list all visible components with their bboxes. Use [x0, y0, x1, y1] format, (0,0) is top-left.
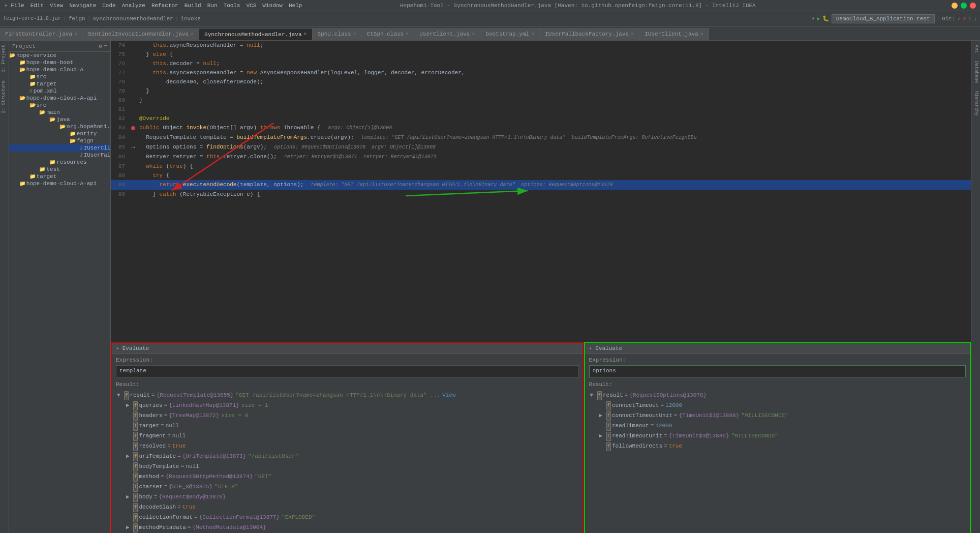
toolbar-sep2: | — [87, 16, 91, 22]
tree-item[interactable]: JIUserFallbackFactory — [9, 152, 110, 159]
tree-item[interactable]: 📂hope-demo-cloud-A — [9, 66, 110, 73]
menu-edit[interactable]: Edit — [30, 3, 44, 9]
tab-close[interactable]: × — [472, 32, 475, 37]
tree-item[interactable]: 📂hope-demo-cloud-A-api — [9, 95, 110, 102]
toolbar-push-icon[interactable]: ↓ — [973, 16, 977, 22]
git-label: Git: — [942, 16, 955, 22]
tree-item[interactable]: 📁test — [9, 166, 110, 173]
tab-sphu[interactable]: SphU.class × — [313, 28, 362, 40]
tree-item[interactable]: Xpom.xml — [9, 87, 110, 95]
toolbar: feign-core-11.8.jar | feign | Synchronou… — [0, 11, 980, 26]
tree-item-label: src — [37, 74, 47, 80]
code-area[interactable]: 74 this.asyncResponseHandler = null; 75 … — [111, 41, 971, 533]
menu-refactor[interactable]: Refactor — [151, 3, 178, 9]
tab-iuserclient[interactable]: IUserClient.java × — [639, 28, 709, 40]
code-line-76: 76 this.decoder = null; — [111, 59, 971, 68]
tab-close[interactable]: × — [74, 32, 77, 37]
maximize-button[interactable] — [961, 3, 967, 9]
eval-body-right: Expression: options Result: ▼ f result = — [585, 354, 970, 456]
eval-result-label-left: Result: — [116, 381, 579, 388]
eval-expression-input-left[interactable]: template — [116, 365, 579, 377]
result-method: ▶ f method = {Request$HttpMethod@13874} … — [116, 472, 579, 482]
tab-userclient[interactable]: UserClient.java × — [414, 28, 480, 40]
result-read-timeout-unit: ▶ f readTimeoutUnit = {TimeUnit$3@13886}… — [589, 431, 966, 441]
menu-help[interactable]: Help — [289, 3, 302, 9]
project-tree: 📂hope-service 📁hope-demo-boot 📂hope-demo… — [9, 52, 110, 533]
run-config-selector[interactable]: DemoCloud_B_Application-test — [832, 14, 935, 23]
sidebar-project-tab[interactable]: 1: Project — [0, 41, 9, 76]
menu-navigate[interactable]: Navigate — [69, 3, 96, 9]
tab-close[interactable]: × — [631, 32, 634, 37]
tree-item[interactable]: JIUserClient — [9, 144, 110, 152]
tree-item-label: src — [37, 102, 47, 108]
eval-expression-input-right[interactable]: options — [589, 365, 966, 377]
tab-close[interactable]: × — [304, 32, 307, 37]
right-tab-ant[interactable]: Ant — [971, 41, 980, 57]
tree-item[interactable]: 📂hope-service — [9, 52, 110, 59]
menu-bar: File Edit View Navigate Code Analyze Ref… — [11, 3, 302, 9]
eval-body-left: Expression: template Result: ▼ f result … — [112, 354, 583, 533]
menu-view[interactable]: View — [50, 3, 63, 9]
tab-close[interactable]: × — [700, 32, 703, 37]
tab-close[interactable]: × — [531, 32, 534, 37]
tree-item-label: target — [37, 173, 57, 180]
menu-window[interactable]: Window — [262, 3, 283, 9]
project-collapse-icon[interactable]: − — [104, 43, 107, 49]
menu-tools[interactable]: Tools — [224, 3, 240, 9]
tab-synchronous-handler[interactable]: SynchronousMethodHandler.java × — [199, 28, 312, 40]
menu-vcs[interactable]: VCS — [247, 3, 257, 9]
tab-sentinel[interactable]: SentinelInvocationHandler.java × — [83, 28, 199, 40]
right-tab-hierarchy[interactable]: Hierarchy — [971, 87, 980, 120]
left-sidebar: 1: Project 2: Structure — [0, 41, 9, 533]
git-x-icon[interactable]: ✗ — [963, 15, 966, 22]
toolbar-feign-label: feign — [69, 16, 85, 22]
tree-item[interactable]: 📁src — [9, 73, 110, 80]
tab-ctsph[interactable]: CtSph.class × — [362, 28, 415, 40]
menu-file[interactable]: File — [11, 3, 24, 9]
tree-item[interactable]: 📁entity — [9, 130, 110, 137]
menu-run[interactable]: Run — [207, 3, 218, 9]
tree-item[interactable]: 📁hope-demo-boot — [9, 59, 110, 66]
tab-close[interactable]: × — [353, 32, 356, 37]
project-header: Project ⚙ − — [9, 41, 110, 52]
minimize-button[interactable] — [952, 3, 958, 9]
tab-bootstrap[interactable]: bootstrap.yml × — [480, 28, 540, 40]
menu-analyze[interactable]: Analyze — [122, 3, 145, 9]
menu-code[interactable]: Code — [102, 3, 115, 9]
tree-item[interactable]: 📂java — [9, 116, 110, 123]
tree-item[interactable]: 📂main — [9, 109, 110, 116]
toolbar-sep3: | — [175, 16, 179, 22]
toolbar-invoke-label: invoke — [180, 16, 201, 22]
menu-build[interactable]: Build — [185, 3, 201, 9]
tree-item[interactable]: 📁resources — [9, 159, 110, 166]
project-gear-icon[interactable]: ⚙ — [99, 43, 102, 49]
toolbar-run-icon[interactable]: ▶ — [817, 15, 820, 22]
toolbar-update-icon[interactable]: ↑ — [968, 16, 972, 22]
eval-icon-left: ✦ — [116, 345, 119, 351]
tree-item[interactable]: 📁hope-demo-cloud-A-api — [9, 180, 110, 187]
tree-item[interactable]: 📂org.hopehomi.api — [9, 123, 110, 130]
tree-item[interactable]: 📂feign — [9, 137, 110, 144]
tree-item[interactable]: 📁target — [9, 173, 110, 180]
result-follow-redirects: ▶ f followRedirects = true — [589, 441, 966, 452]
toolbar-build-icon[interactable]: ⚡ — [811, 15, 815, 22]
tab-close[interactable]: × — [406, 32, 409, 37]
tab-first-controller[interactable]: FirstController.java × — [0, 28, 83, 40]
result-queries: ▶ f queries = {LinkedHashMap@13871} size… — [116, 401, 579, 411]
code-line-75: 75 } else { — [111, 50, 971, 59]
close-button[interactable] — [970, 3, 976, 9]
tab-fallback-factory[interactable]: IUserFallbackFactory.java × — [540, 28, 639, 40]
tree-item[interactable]: 📂src — [9, 102, 110, 109]
window-title: Hopehomi-Tool – SynchronousMethodHandler… — [400, 3, 756, 9]
right-tab-database[interactable]: Database — [971, 57, 980, 87]
app-icon: ✦ — [4, 2, 8, 9]
view-link[interactable]: View — [442, 391, 455, 399]
tree-item-label: IUserFallbackFactory — [84, 152, 110, 158]
breakpoint-indicator[interactable] — [131, 126, 135, 130]
tab-close[interactable]: × — [191, 32, 194, 37]
toolbar-debug-icon[interactable]: 🐛 — [822, 15, 830, 22]
tree-item-label: org.hopehomi.api — [67, 124, 110, 130]
sidebar-structure-tab[interactable]: 2: Structure — [0, 76, 9, 117]
tree-item[interactable]: 📁target — [9, 80, 110, 87]
git-check-icon[interactable]: ✓ — [958, 15, 961, 22]
